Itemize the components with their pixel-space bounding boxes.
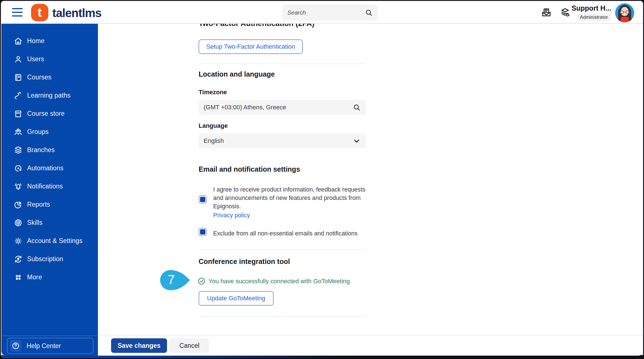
window-frame: t talentlms	[1, 1, 643, 358]
user-menu[interactable]: Support H... Administrator	[572, 4, 611, 21]
language-label: Language	[199, 122, 228, 129]
help-icon	[10, 340, 22, 352]
sidebar-item-skills[interactable]: Skills	[1, 214, 98, 232]
sidebar-item-home[interactable]: Home	[1, 32, 98, 50]
action-footer: Save changes Cancel	[98, 335, 643, 356]
marketing-consent-checkbox[interactable]	[199, 195, 207, 204]
timezone-label: Timezone	[199, 89, 227, 96]
top-header: t talentlms	[1, 1, 643, 24]
sidebar-item-label: Automations	[27, 164, 64, 172]
subscription-icon	[14, 255, 23, 264]
branches-icon	[14, 146, 23, 155]
avatar[interactable]	[615, 3, 634, 22]
sidebar-item-label: Notifications	[27, 183, 63, 190]
search-icon[interactable]	[365, 8, 373, 17]
automations-icon	[14, 164, 23, 173]
app-window: t talentlms	[1, 1, 643, 356]
search-input[interactable]	[287, 9, 365, 16]
divider	[199, 316, 366, 317]
sidebar-item-account-settings[interactable]: Account & Settings	[1, 232, 98, 250]
gear-icon	[14, 237, 23, 245]
skills-icon	[14, 218, 23, 227]
courses-icon	[14, 73, 23, 82]
sidebar: Home Users Courses	[1, 24, 98, 356]
users-icon	[14, 55, 23, 64]
sidebar-item-label: Branches	[27, 146, 55, 154]
section-title-email: Email and notification settings	[199, 165, 300, 173]
setup-2fa-button[interactable]: Setup Two-Factor Authentication	[199, 39, 303, 54]
annotation-callout-7: 7	[159, 269, 191, 291]
timezone-value: (GMT +03:00) Athens, Greece	[204, 104, 352, 111]
update-gotomeeting-button[interactable]: Update GoToMeeting	[199, 291, 274, 306]
settings-content: Two-Factor Authentication (2FA) Setup Tw…	[98, 24, 643, 335]
global-search[interactable]	[283, 5, 378, 20]
brand-title: talentlms	[52, 6, 101, 20]
sidebar-item-label: Skills	[27, 219, 43, 226]
sidebar-item-groups[interactable]: Groups	[1, 123, 98, 141]
consent-paragraph: I agree to receive product information, …	[213, 186, 365, 210]
language-select[interactable]: English	[199, 133, 366, 148]
privacy-policy-link[interactable]: Privacy policy	[213, 211, 250, 219]
sidebar-item-label: Reports	[27, 201, 50, 208]
exclude-emails-text: Exclude from all non-essential emails an…	[213, 229, 370, 238]
sidebar-item-notifications[interactable]: Notifications	[1, 177, 98, 195]
divider	[199, 63, 366, 64]
timezone-field[interactable]: (GMT +03:00) Athens, Greece	[199, 100, 366, 115]
home-icon	[14, 37, 23, 46]
user-name: Support H...	[572, 4, 611, 12]
sidebar-item-label: Courses	[27, 74, 51, 81]
gotomeeting-success-message: You have successfully connected with GoT…	[208, 278, 350, 285]
save-changes-button[interactable]: Save changes	[111, 338, 167, 353]
levels-badge-icon[interactable]	[560, 7, 571, 18]
sidebar-item-more[interactable]: More	[1, 268, 98, 286]
sidebar-item-reports[interactable]: Reports	[1, 195, 98, 214]
section-title-conference: Conference integration tool	[199, 258, 290, 266]
section-title-location: Location and language	[199, 70, 275, 78]
hamburger-menu-icon[interactable]	[12, 8, 23, 16]
user-role-badge: Administrator	[577, 14, 611, 21]
sidebar-item-learning-paths[interactable]: Learning paths	[1, 86, 98, 105]
chevron-down-icon[interactable]	[352, 137, 361, 145]
screenshot-canvas: t talentlms	[0, 0, 644, 359]
talentlms-logo-icon[interactable]: t	[31, 4, 48, 21]
sidebar-item-subscription[interactable]: Subscription	[1, 250, 98, 268]
check-circle-icon	[198, 277, 206, 285]
sidebar-item-label: Users	[27, 55, 44, 63]
sidebar-item-label: Course store	[27, 110, 65, 117]
sidebar-item-courses[interactable]: Courses	[1, 68, 98, 86]
sidebar-item-course-store[interactable]: Course store	[1, 105, 98, 123]
annotation-number: 7	[165, 272, 177, 287]
search-icon[interactable]	[352, 103, 361, 112]
help-center-label: Help Center	[27, 342, 61, 350]
logo-letter: t	[37, 6, 42, 19]
exclude-emails-checkbox[interactable]	[199, 228, 207, 236]
course-store-icon	[14, 109, 23, 118]
sidebar-item-label: More	[27, 273, 42, 281]
sidebar-divider	[1, 336, 98, 336]
sidebar-item-label: Learning paths	[27, 92, 70, 99]
sidebar-item-label: Groups	[27, 128, 49, 136]
sidebar-item-label: Account & Settings	[27, 237, 83, 245]
learning-paths-icon	[14, 91, 23, 100]
cancel-button[interactable]: Cancel	[170, 338, 209, 353]
sidebar-item-branches[interactable]: Branches	[1, 141, 98, 159]
notifications-icon	[14, 182, 23, 191]
sidebar-item-label: Subscription	[27, 255, 63, 263]
marketing-consent-text: I agree to receive product information, …	[213, 185, 370, 219]
reports-icon	[14, 200, 23, 209]
help-center-button[interactable]: Help Center	[7, 338, 93, 354]
language-value: English	[204, 137, 352, 145]
sidebar-item-users[interactable]: Users	[1, 50, 98, 68]
more-icon	[14, 273, 23, 282]
section-title-2fa: Two-Factor Authentication (2FA)	[199, 24, 314, 28]
sidebar-item-automations[interactable]: Automations	[1, 159, 98, 177]
groups-icon	[14, 127, 23, 136]
divider	[199, 249, 366, 250]
sidebar-item-label: Home	[27, 37, 44, 45]
messages-icon[interactable]	[541, 7, 552, 18]
